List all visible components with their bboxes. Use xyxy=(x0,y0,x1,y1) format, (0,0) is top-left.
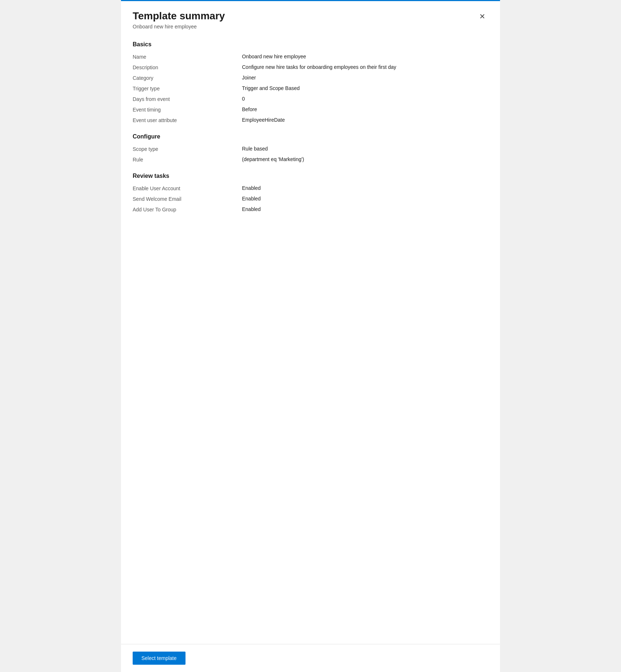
panel-footer: Select template xyxy=(121,644,500,672)
configure-section: Configure Scope type Rule based Rule (de… xyxy=(133,133,488,163)
field-label-trigger-type: Trigger type xyxy=(133,85,242,91)
field-value-days-from-event: 0 xyxy=(242,96,488,102)
configure-section-title: Configure xyxy=(133,133,488,140)
field-row-trigger-type: Trigger type Trigger and Scope Based xyxy=(133,85,488,91)
field-row-days-from-event: Days from event 0 xyxy=(133,96,488,102)
field-label-description: Description xyxy=(133,64,242,70)
field-row-add-user-to-group: Add User To Group Enabled xyxy=(133,206,488,212)
template-summary-panel: Template summary Onboard new hire employ… xyxy=(121,0,500,672)
basics-section: Basics Name Onboard new hire employee De… xyxy=(133,41,488,123)
field-row-description: Description Configure new hire tasks for… xyxy=(133,64,488,70)
panel-body: Basics Name Onboard new hire employee De… xyxy=(121,30,500,672)
field-row-event-user-attribute: Event user attribute EmployeeHireDate xyxy=(133,117,488,123)
select-template-button[interactable]: Select template xyxy=(133,652,185,665)
field-label-event-timing: Event timing xyxy=(133,106,242,113)
basics-section-title: Basics xyxy=(133,41,488,48)
close-button[interactable]: ✕ xyxy=(476,11,488,22)
field-label-event-user-attribute: Event user attribute xyxy=(133,117,242,123)
review-tasks-section: Review tasks Enable User Account Enabled… xyxy=(133,173,488,212)
field-row-send-welcome-email: Send Welcome Email Enabled xyxy=(133,196,488,202)
field-row-event-timing: Event timing Before xyxy=(133,106,488,113)
panel-subtitle: Onboard new hire employee xyxy=(133,24,225,30)
panel-header: Template summary Onboard new hire employ… xyxy=(121,1,500,30)
review-tasks-section-title: Review tasks xyxy=(133,173,488,179)
field-value-category: Joiner xyxy=(242,75,488,81)
field-value-description: Configure new hire tasks for onboarding … xyxy=(242,64,488,70)
field-row-category: Category Joiner xyxy=(133,75,488,81)
field-value-trigger-type: Trigger and Scope Based xyxy=(242,85,488,91)
panel-title: Template summary xyxy=(133,10,225,22)
field-value-add-user-to-group: Enabled xyxy=(242,206,488,212)
field-value-event-timing: Before xyxy=(242,106,488,112)
field-label-rule: Rule xyxy=(133,156,242,163)
field-row-name: Name Onboard new hire employee xyxy=(133,54,488,60)
field-row-rule: Rule (department eq 'Marketing') xyxy=(133,156,488,163)
field-label-enable-user-account: Enable User Account xyxy=(133,185,242,191)
field-row-enable-user-account: Enable User Account Enabled xyxy=(133,185,488,191)
field-value-rule: (department eq 'Marketing') xyxy=(242,156,488,162)
field-label-add-user-to-group: Add User To Group xyxy=(133,206,242,212)
field-label-name: Name xyxy=(133,54,242,60)
field-label-scope-type: Scope type xyxy=(133,146,242,152)
field-value-scope-type: Rule based xyxy=(242,146,488,152)
field-value-send-welcome-email: Enabled xyxy=(242,196,488,202)
field-value-name: Onboard new hire employee xyxy=(242,54,488,59)
field-value-event-user-attribute: EmployeeHireDate xyxy=(242,117,488,123)
title-block: Template summary Onboard new hire employ… xyxy=(133,10,225,30)
field-row-scope-type: Scope type Rule based xyxy=(133,146,488,152)
field-label-category: Category xyxy=(133,75,242,81)
field-value-enable-user-account: Enabled xyxy=(242,185,488,191)
field-label-days-from-event: Days from event xyxy=(133,96,242,102)
field-label-send-welcome-email: Send Welcome Email xyxy=(133,196,242,202)
